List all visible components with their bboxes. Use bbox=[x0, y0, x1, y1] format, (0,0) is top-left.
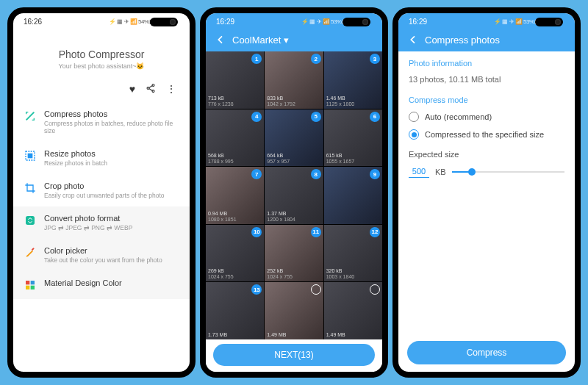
header-title: Compress photos bbox=[425, 35, 500, 46]
more-icon[interactable]: ⋮ bbox=[166, 83, 176, 95]
selection-badge: 1 bbox=[251, 54, 262, 64]
camera-cutout bbox=[150, 18, 178, 26]
compress-icon bbox=[24, 109, 37, 123]
expected-size-row: 500 KB bbox=[409, 166, 564, 178]
svg-rect-6 bbox=[32, 248, 35, 251]
selection-badge: 5 bbox=[311, 112, 321, 122]
compress-footer: Compress bbox=[398, 335, 575, 372]
photo-cell[interactable]: 31.46 MB1125 x 1800 bbox=[324, 51, 382, 109]
selection-badge: 2 bbox=[311, 54, 321, 64]
photo-grid: 1713 kB776 x 12382833 kB1042 x 179231.46… bbox=[206, 51, 382, 339]
photo-cell[interactable]: 10269 kB1024 x 755 bbox=[206, 225, 264, 282]
photo-meta: 1.73 MB bbox=[208, 332, 227, 338]
mode-option-specified[interactable]: Compressed to the specified size bbox=[409, 129, 564, 140]
gallery-header: CoolMarket ▾ bbox=[206, 28, 382, 51]
feature-list: Compress photos Compress photos in batch… bbox=[13, 102, 190, 299]
photo-cell[interactable]: 81.37 MB1200 x 1804 bbox=[265, 167, 323, 224]
status-time: 16:29 bbox=[216, 18, 234, 26]
photo-cell[interactable]: 131.73 MB bbox=[206, 282, 264, 339]
radio-icon bbox=[409, 112, 419, 122]
feature-crop-photo[interactable]: Crop photo Easily crop out unwanted part… bbox=[13, 174, 190, 206]
screen-home: 16:26 ⚡ ▦ ✈ 📶 54%▮ Photo Compressor Your… bbox=[7, 7, 196, 378]
compress-body: Photo information 13 photos, 10.11 MB to… bbox=[398, 51, 575, 335]
photo-meta: 568 kB1788 x 995 bbox=[208, 153, 234, 165]
feature-compress-photos[interactable]: Compress photos Compress photos in batch… bbox=[13, 102, 190, 142]
size-slider[interactable] bbox=[452, 167, 564, 177]
convert-icon bbox=[24, 214, 37, 227]
photo-meta: 269 kB1024 x 755 bbox=[208, 268, 234, 280]
photo-cell[interactable]: 4568 kB1788 x 995 bbox=[206, 109, 264, 167]
mode-option-label: Compressed to the specified size bbox=[425, 130, 544, 139]
hero-actions: ♥ ⋮ bbox=[13, 80, 190, 102]
photo-meta: 833 kB1042 x 1792 bbox=[267, 96, 295, 107]
camera-cutout bbox=[343, 18, 370, 26]
feature-convert-format[interactable]: Convert photo format JPG ⇄ JPEG ⇄ PNG ⇄ … bbox=[13, 206, 190, 239]
feature-title: Compress photos bbox=[44, 109, 179, 118]
mode-option-label: Auto (recommend) bbox=[425, 112, 492, 121]
feature-title: Material Design Color bbox=[44, 278, 122, 287]
feature-sub: JPG ⇄ JPEG ⇄ PNG ⇄ WEBP bbox=[44, 224, 132, 231]
status-time: 16:26 bbox=[24, 18, 42, 26]
photo-cell[interactable]: 2833 kB1042 x 1792 bbox=[265, 51, 323, 109]
feature-material-color[interactable]: Material Design Color bbox=[13, 271, 190, 299]
photo-cell[interactable]: 9 bbox=[324, 167, 382, 224]
selection-badge: 10 bbox=[251, 227, 262, 237]
palette-icon bbox=[24, 278, 37, 292]
status-time: 16:29 bbox=[409, 18, 427, 26]
feature-title: Crop photo bbox=[44, 181, 165, 190]
expected-size-label: Expected size bbox=[409, 150, 564, 159]
hero: Photo Compressor Your best photo assista… bbox=[13, 28, 190, 80]
feature-color-picker[interactable]: Color picker Take out the color you want… bbox=[13, 239, 190, 271]
photo-cell[interactable]: 12320 kB1003 x 1840 bbox=[324, 225, 382, 282]
expected-size-input[interactable]: 500 bbox=[409, 166, 429, 178]
photo-meta: 664 kB957 x 957 bbox=[267, 153, 290, 165]
photo-cell[interactable]: 70.94 MB1080 x 1851 bbox=[206, 167, 264, 224]
back-icon[interactable] bbox=[215, 34, 226, 46]
screen-gallery: 16:29 ⚡ ▦ ✈ 📶 53%▮ CoolMarket ▾ 1713 kB7… bbox=[200, 7, 388, 378]
photo-meta: 252 kB1024 x 755 bbox=[267, 268, 293, 280]
crop-icon bbox=[24, 181, 37, 195]
photo-meta: 1.49 MB bbox=[326, 332, 345, 338]
favorite-icon[interactable]: ♥ bbox=[129, 83, 135, 95]
photo-meta: 320 kB1003 x 1840 bbox=[326, 268, 355, 280]
photo-meta: 0.94 MB1080 x 1851 bbox=[208, 211, 237, 223]
svg-rect-5 bbox=[26, 216, 35, 225]
back-icon[interactable] bbox=[407, 34, 419, 46]
feature-sub: Compress photos in batches, reduce photo… bbox=[44, 120, 179, 134]
svg-rect-4 bbox=[28, 154, 33, 159]
selection-ring-icon bbox=[311, 284, 321, 295]
photo-cell[interactable]: 1.49 MB bbox=[265, 282, 323, 339]
compress-header: Compress photos bbox=[398, 28, 575, 51]
share-icon[interactable] bbox=[146, 83, 156, 95]
selection-badge: 11 bbox=[311, 227, 321, 237]
app-subtitle: Your best photo assistant~🐱 bbox=[21, 62, 182, 70]
photo-cell[interactable]: 6615 kB1055 x 1657 bbox=[324, 109, 382, 167]
feature-resize-photos[interactable]: Resize photos Resize photos in batch bbox=[13, 142, 190, 174]
album-dropdown[interactable]: CoolMarket ▾ bbox=[232, 35, 289, 46]
photo-meta: 713 kB776 x 1238 bbox=[208, 96, 234, 107]
photo-meta: 1.46 MB1125 x 1800 bbox=[326, 96, 355, 107]
photo-cell[interactable]: 5664 kB957 x 957 bbox=[265, 109, 323, 167]
photo-cell[interactable]: 1.49 MB bbox=[324, 282, 382, 339]
feature-title: Resize photos bbox=[44, 149, 107, 158]
selection-badge: 8 bbox=[311, 169, 321, 179]
photo-cell[interactable]: 1713 kB776 x 1238 bbox=[206, 51, 264, 109]
photo-meta: 1.49 MB bbox=[267, 332, 286, 338]
expected-size-unit: KB bbox=[435, 168, 446, 176]
selection-badge: 6 bbox=[370, 112, 380, 122]
svg-rect-8 bbox=[31, 281, 35, 284]
selection-badge: 3 bbox=[370, 54, 380, 64]
feature-sub: Easily crop out unwanted parts of the ph… bbox=[44, 192, 165, 199]
next-button[interactable]: NEXT(13) bbox=[213, 344, 375, 366]
resize-icon bbox=[24, 149, 37, 162]
photo-cell[interactable]: 11252 kB1024 x 755 bbox=[265, 225, 323, 282]
mode-option-auto[interactable]: Auto (recommend) bbox=[409, 112, 564, 122]
feature-title: Color picker bbox=[44, 246, 162, 255]
camera-cutout bbox=[535, 18, 563, 26]
feature-title: Convert photo format bbox=[44, 214, 132, 223]
svg-rect-10 bbox=[31, 286, 35, 289]
selection-badge: 12 bbox=[370, 227, 380, 237]
selection-ring-icon bbox=[370, 284, 380, 295]
section-photo-info-label: Photo information bbox=[409, 59, 564, 68]
compress-button[interactable]: Compress bbox=[407, 341, 566, 364]
